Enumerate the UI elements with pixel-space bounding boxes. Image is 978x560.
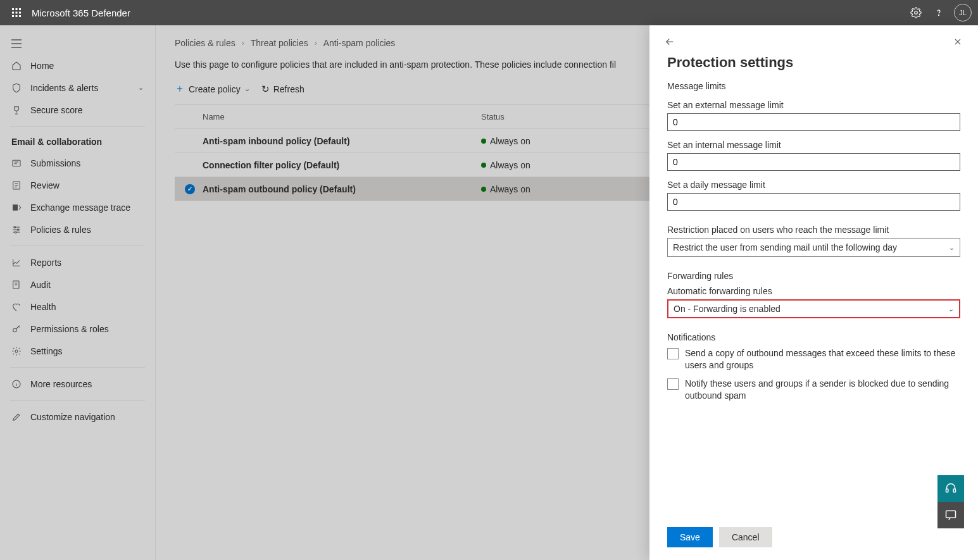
svg-rect-25 — [953, 489, 955, 492]
svg-rect-4 — [16, 12, 18, 14]
chevron-down-icon: ⌄ — [949, 244, 955, 252]
floating-action-buttons — [937, 475, 964, 528]
internal-limit-input[interactable] — [667, 153, 960, 171]
field-label: Restriction placed on users who reach th… — [667, 225, 960, 235]
panel-title: Protection settings — [649, 49, 978, 78]
external-limit-input[interactable] — [667, 113, 960, 131]
svg-rect-1 — [16, 8, 18, 10]
headset-help-button[interactable] — [937, 475, 964, 502]
back-button[interactable] — [662, 34, 677, 49]
field-label: Set an internal message limit — [667, 140, 960, 150]
app-title: Microsoft 365 Defender — [32, 8, 130, 18]
app-launcher-icon[interactable] — [10, 6, 23, 19]
settings-gear-icon[interactable] — [905, 0, 927, 25]
group-heading-forwarding: Forwarding rules — [667, 271, 960, 281]
svg-rect-5 — [19, 12, 21, 14]
field-label: Set an external message limit — [667, 100, 960, 110]
svg-rect-24 — [946, 489, 948, 492]
help-icon[interactable] — [927, 0, 950, 25]
cancel-button[interactable]: Cancel — [719, 527, 772, 547]
svg-rect-7 — [16, 15, 18, 17]
svg-rect-2 — [19, 8, 21, 10]
svg-rect-0 — [12, 8, 14, 10]
protection-settings-panel: Protection settings Message limits Set a… — [649, 25, 978, 560]
checkbox-label: Notify these users and groups if a sende… — [685, 378, 960, 402]
restriction-select[interactable]: Restrict the user from sending mail unti… — [667, 238, 960, 257]
group-heading-message-limits: Message limits — [667, 81, 960, 91]
daily-limit-input[interactable] — [667, 193, 960, 211]
svg-rect-8 — [19, 15, 21, 17]
field-label: Set a daily message limit — [667, 180, 960, 190]
checkbox[interactable] — [667, 378, 679, 390]
checkbox-label: Send a copy of outbound messages that ex… — [685, 347, 960, 371]
user-avatar[interactable]: JL — [954, 4, 972, 22]
select-value: On - Forwarding is enabled — [674, 304, 781, 314]
chevron-down-icon: ⌄ — [948, 305, 954, 313]
checkbox-row-copy-outbound: Send a copy of outbound messages that ex… — [667, 347, 960, 371]
checkbox[interactable] — [667, 348, 679, 359]
field-label: Automatic forwarding rules — [667, 286, 960, 296]
close-button[interactable] — [950, 34, 965, 49]
svg-rect-3 — [12, 12, 14, 14]
svg-point-9 — [915, 11, 918, 15]
app-header: Microsoft 365 Defender JL — [0, 0, 978, 25]
select-value: Restrict the user from sending mail unti… — [673, 242, 897, 252]
feedback-button[interactable] — [937, 502, 964, 528]
modal-scrim[interactable] — [0, 25, 649, 560]
svg-point-10 — [938, 15, 939, 15]
checkbox-row-notify-blocked: Notify these users and groups if a sende… — [667, 378, 960, 402]
group-heading-notifications: Notifications — [667, 332, 960, 342]
save-button[interactable]: Save — [667, 527, 713, 547]
auto-forwarding-select[interactable]: On - Forwarding is enabled ⌄ — [667, 299, 960, 318]
svg-rect-6 — [12, 15, 14, 17]
